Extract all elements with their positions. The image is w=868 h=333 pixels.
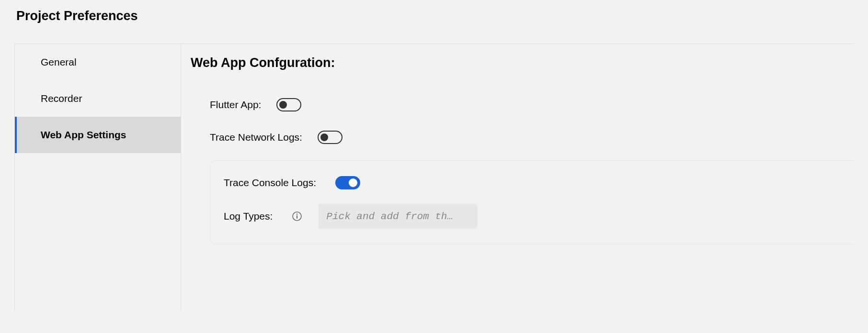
page-title: Project Preferences bbox=[14, 9, 854, 23]
info-icon[interactable] bbox=[292, 211, 302, 222]
trace-console-logs-row: Trace Console Logs: bbox=[224, 176, 854, 189]
sidebar-item-web-app-settings[interactable]: Web App Settings bbox=[15, 117, 181, 153]
sidebar-item-label: Web App Settings bbox=[41, 129, 126, 141]
sidebar-item-recorder[interactable]: Recorder bbox=[15, 80, 181, 117]
trace-console-logs-label: Trace Console Logs: bbox=[224, 177, 316, 189]
flutter-app-label: Flutter App: bbox=[210, 99, 261, 111]
toggle-knob bbox=[349, 178, 357, 187]
log-types-row: Log Types: bbox=[224, 204, 854, 229]
console-logs-panel: Trace Console Logs: Log Types: bbox=[210, 160, 854, 244]
trace-network-logs-toggle[interactable] bbox=[318, 131, 343, 144]
preferences-panel: General Recorder Web App Settings Web Ap… bbox=[14, 44, 854, 311]
content-area: Web App Confguration: Flutter App: Trace… bbox=[181, 44, 854, 311]
sidebar: General Recorder Web App Settings bbox=[15, 44, 181, 311]
log-types-label: Log Types: bbox=[224, 211, 273, 222]
trace-console-logs-toggle[interactable] bbox=[335, 176, 360, 189]
trace-network-logs-row: Trace Network Logs: bbox=[191, 128, 854, 147]
sidebar-item-general[interactable]: General bbox=[15, 44, 181, 80]
svg-point-1 bbox=[297, 213, 297, 214]
sidebar-item-label: General bbox=[41, 56, 77, 68]
content-title: Web App Confguration: bbox=[191, 56, 854, 70]
toggle-knob bbox=[320, 133, 328, 141]
sidebar-item-label: Recorder bbox=[41, 93, 82, 104]
svg-rect-2 bbox=[297, 215, 297, 219]
trace-network-logs-label: Trace Network Logs: bbox=[210, 132, 302, 143]
log-types-input[interactable] bbox=[319, 204, 478, 229]
toggle-knob bbox=[279, 101, 287, 109]
flutter-app-toggle[interactable] bbox=[276, 98, 301, 111]
flutter-app-row: Flutter App: bbox=[191, 95, 854, 114]
